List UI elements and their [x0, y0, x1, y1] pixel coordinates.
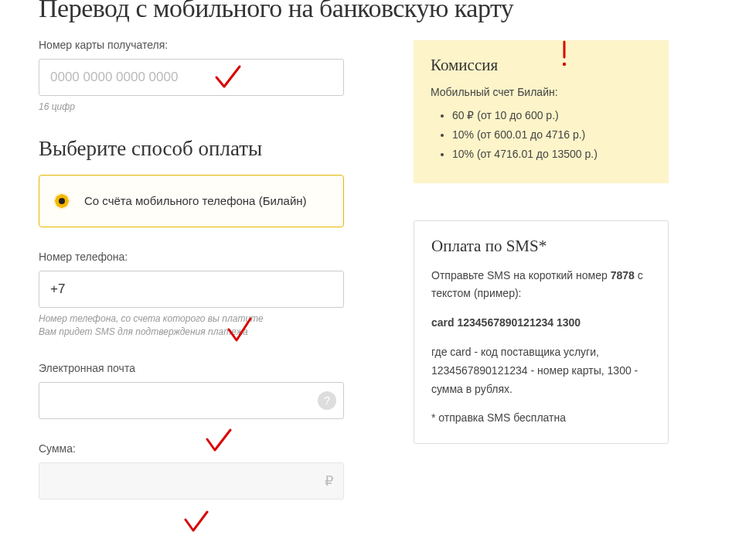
payment-method-heading: Выберите способ оплаты [39, 137, 344, 161]
commission-item: 10% (от 600.01 до 4716 р.) [452, 125, 652, 145]
ruble-icon: ₽ [325, 472, 333, 490]
sms-note: * отправка SMS бесплатна [431, 409, 651, 428]
phone-label: Номер телефона: [39, 251, 344, 263]
card-number-hint: 16 цифр [39, 101, 344, 114]
email-label: Электронная почта [39, 362, 344, 374]
sms-example: card 1234567890121234 1300 [431, 314, 651, 333]
commission-list: 60 ₽ (от 10 до 600 р.) 10% (от 600.01 до… [431, 106, 652, 165]
email-input[interactable] [39, 382, 344, 419]
commission-title: Комиссия [431, 56, 652, 75]
sms-title: Оплата по SMS* [431, 237, 651, 256]
sum-input[interactable] [39, 462, 344, 500]
commission-subtitle: Мобильный счет Билайн: [431, 86, 652, 98]
phone-input[interactable] [39, 271, 344, 308]
sms-instruction: Отправьте SMS на короткий номер 7878 с т… [431, 267, 651, 304]
payment-method-label: Со счёта мобильного телефона (Билайн) [84, 193, 307, 210]
form-column: Номер карты получателя: 16 цифр Выберите… [39, 39, 344, 500]
help-icon[interactable]: ? [318, 391, 336, 410]
radio-selected-icon [53, 193, 70, 210]
sms-panel: Оплата по SMS* Отправьте SMS на короткий… [414, 220, 669, 445]
sum-label: Сумма: [39, 442, 344, 455]
card-number-input[interactable] [39, 59, 344, 96]
payment-method-option[interactable]: Со счёта мобильного телефона (Билайн) [39, 175, 344, 228]
annotation-check-icon [182, 510, 213, 539]
info-column: Комиссия Мобильный счет Билайн: 60 ₽ (от… [414, 39, 669, 500]
commission-item: 10% (от 4716.01 до 13500 р.) [452, 145, 652, 164]
sms-explain: где card - код поставщика услуги, 123456… [431, 343, 651, 398]
commission-item: 60 ₽ (от 10 до 600 р.) [452, 106, 652, 125]
phone-hint: Номер телефона, со счета которого вы пла… [39, 312, 344, 339]
commission-panel: Комиссия Мобильный счет Билайн: 60 ₽ (от… [414, 40, 669, 183]
page-title: Перевод с мобильного на банковскую карту [39, 0, 717, 23]
card-number-label: Номер карты получателя: [39, 39, 344, 51]
